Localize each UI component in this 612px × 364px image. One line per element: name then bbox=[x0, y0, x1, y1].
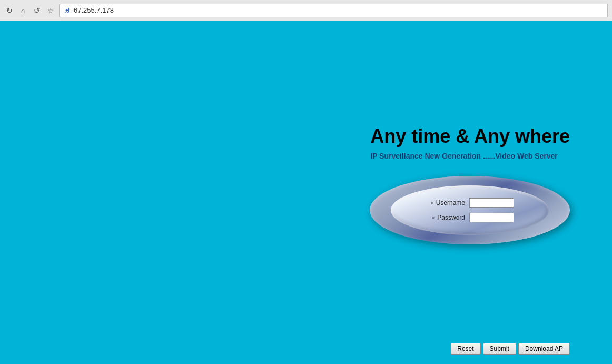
address-bar[interactable]: ⛨ 67.255.7.178 bbox=[59, 4, 608, 17]
password-arrow-icon: ▹ bbox=[432, 214, 435, 220]
username-input[interactable] bbox=[469, 198, 514, 208]
action-buttons: Reset Submit Download AP bbox=[450, 343, 570, 355]
back-icon[interactable]: ↺ bbox=[32, 5, 42, 16]
submit-button[interactable]: Submit bbox=[483, 343, 516, 355]
username-arrow-icon: ▹ bbox=[431, 200, 434, 205]
password-input[interactable] bbox=[469, 213, 514, 222]
login-widget: ▹ Username ▹ Password bbox=[370, 176, 570, 244]
main-content: Any time & Any where IP Surveillance New… bbox=[0, 21, 612, 364]
browser-chrome: ↻ ⌂ ↺ ☆ ⛨ 67.255.7.178 bbox=[0, 0, 612, 21]
download-button[interactable]: Download AP bbox=[518, 343, 570, 355]
shield-icon: ⛨ bbox=[64, 6, 71, 14]
oval-inner: ▹ Username ▹ Password bbox=[391, 185, 549, 235]
page-subtitle: IP Surveillance New Generation ......Vid… bbox=[370, 152, 570, 160]
username-row: ▹ Username bbox=[426, 198, 514, 208]
url-text: 67.255.7.178 bbox=[74, 6, 114, 14]
tagline-section: Any time & Any where IP Surveillance New… bbox=[370, 125, 570, 176]
home-icon[interactable]: ⌂ bbox=[18, 5, 28, 16]
page-title: Any time & Any where bbox=[370, 125, 570, 147]
reset-button[interactable]: Reset bbox=[450, 343, 480, 355]
password-row: ▹ Password bbox=[426, 213, 514, 222]
bookmark-icon[interactable]: ☆ bbox=[45, 5, 56, 16]
username-label: ▹ Username bbox=[426, 199, 465, 206]
reload-icon[interactable]: ↻ bbox=[4, 5, 15, 16]
password-label: ▹ Password bbox=[426, 214, 465, 221]
